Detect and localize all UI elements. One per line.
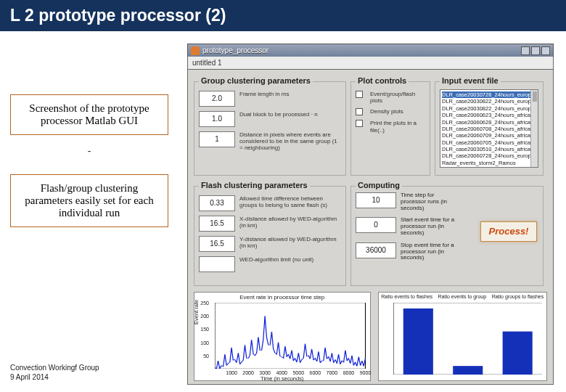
chart-left-title: Event rate in processor time step bbox=[194, 294, 370, 301]
comp-input-0[interactable]: 10 bbox=[356, 192, 396, 208]
panel-title-flash: Flash clustering parameters bbox=[199, 181, 310, 189]
matlab-window-title: prototype_processor bbox=[202, 46, 268, 54]
flash-desc-3: WED-algorithm limit (no unit) bbox=[239, 256, 341, 263]
list-item[interactable]: Radar_events_storm2_Ramos bbox=[442, 160, 536, 166]
panel-plot-controls: Plot controls Event/group/flash plots De… bbox=[350, 81, 430, 176]
group-input-0[interactable]: 2.0 bbox=[199, 91, 235, 107]
list-item[interactable]: DLR_case20030822_24hours_europe_low bbox=[442, 105, 536, 112]
minimize-icon[interactable] bbox=[521, 46, 530, 55]
flash-desc-0: Allowed time difference between groups t… bbox=[239, 195, 341, 208]
matlab-titlebar[interactable]: prototype_processor bbox=[187, 44, 554, 57]
flash-input-3[interactable] bbox=[199, 256, 235, 272]
list-item[interactable]: DLR_case20060705_24hours_africa_mew bbox=[442, 139, 536, 146]
panel-group-clustering: Group clustering parameters 2.0Frame len… bbox=[194, 81, 346, 176]
panel-computing: Computing 10Time step for processor runs… bbox=[350, 186, 544, 286]
panel-title-event: Input event file bbox=[440, 76, 501, 85]
checkbox-printfile[interactable] bbox=[356, 120, 363, 127]
matlab-window: prototype_processor untitled 1 Group clu… bbox=[187, 44, 554, 385]
panel-title-plot: Plot controls bbox=[356, 76, 409, 85]
flash-desc-2: Y-distance allowed by WED-algorithm (in … bbox=[239, 236, 341, 249]
group-input-2[interactable]: 1 bbox=[199, 131, 235, 147]
process-button[interactable]: Process! bbox=[480, 221, 537, 242]
list-item[interactable]: DLR_case20030510_24hours_africa_lr bbox=[442, 146, 536, 152]
maximize-icon[interactable] bbox=[531, 46, 540, 55]
footer-group: Convection Workingf Group bbox=[10, 364, 99, 373]
list-item[interactable]: DLR_case20060708_24hours_africa_mcw bbox=[442, 126, 536, 132]
svg-rect-2 bbox=[403, 309, 432, 375]
bar-plot-svg bbox=[393, 303, 543, 375]
chart-left-xaxis: 100020003000400050006000700080009000 bbox=[215, 370, 366, 379]
slide-title: L 2 prototype processor (2) bbox=[0, 0, 566, 31]
matlab-logo-icon bbox=[191, 46, 200, 55]
group-input-1[interactable]: 1.0 bbox=[199, 111, 235, 127]
checkbox-density[interactable] bbox=[356, 108, 363, 115]
comp-desc-2: Stop event time for a processor run (in … bbox=[401, 242, 459, 261]
comp-input-1[interactable]: 0 bbox=[356, 217, 396, 233]
group-desc-1: Dual block to be processed · n bbox=[239, 111, 341, 118]
list-item[interactable]: DLR_case20060623_24hours_african_me bbox=[442, 112, 536, 118]
flash-input-1[interactable]: 16.5 bbox=[199, 216, 235, 232]
chart-event-rate: Event rate in processor time step Event … bbox=[194, 292, 371, 381]
slide-footer: Convection Workingf Group 9 April 2014 bbox=[10, 364, 99, 382]
caption-screenshot: Screenshot of the prototype processor Ma… bbox=[10, 94, 168, 135]
plot-label-2: Print the plots in a file(..) bbox=[370, 120, 425, 133]
group-desc-2: Distance in pixels where events are cons… bbox=[239, 131, 341, 152]
event-file-listbox[interactable]: DLR_case20030728_24hours_europe_new DLR_… bbox=[440, 89, 538, 168]
flash-desc-1: X-distance allowed by WED-algorithm (in … bbox=[239, 216, 341, 229]
line-plot-svg bbox=[215, 303, 366, 369]
listbox-scrollbar[interactable] bbox=[530, 90, 538, 167]
matlab-toolbar: untitled 1 bbox=[187, 57, 554, 70]
panel-flash-clustering: Flash clustering parameters 0.33Allowed … bbox=[194, 186, 346, 286]
panel-input-event-file: Input event file DLR_case20030728_24hour… bbox=[435, 81, 544, 176]
list-item[interactable]: DLR_case20030822_24hours_europe_hig bbox=[442, 98, 536, 105]
panel-title-group: Group clustering parameters bbox=[199, 76, 313, 85]
panel-title-computing: Computing bbox=[356, 181, 402, 189]
comp-desc-1: Start event time for a processor run (in… bbox=[401, 217, 459, 236]
matlab-help-label: untitled 1 bbox=[192, 59, 222, 67]
flash-input-2[interactable]: 16.5 bbox=[199, 236, 235, 252]
list-item[interactable]: DLR_case20060728_24hours_europe_highsc bbox=[442, 152, 536, 159]
chart-left-yaxis: 50100150200250 bbox=[196, 303, 210, 369]
svg-rect-3 bbox=[453, 366, 483, 375]
ratio-title-1: Ratio events to group bbox=[438, 294, 487, 299]
list-item[interactable]: DLR_case20060628_24hours_africa_euw bbox=[442, 119, 536, 126]
caption-dash: - bbox=[10, 145, 168, 157]
list-item[interactable]: DLR_case20030728_24hours_europe_new bbox=[442, 91, 536, 98]
close-icon[interactable] bbox=[541, 46, 550, 55]
svg-rect-4 bbox=[502, 332, 532, 375]
comp-input-2[interactable]: 36000 bbox=[356, 242, 396, 258]
caption-params: Flash/group clustering parameters easily… bbox=[10, 174, 168, 227]
plot-label-1: Density plots bbox=[370, 108, 425, 115]
comp-desc-0: Time step for processor runs (in seconds… bbox=[401, 192, 459, 211]
ratio-title-2: Ratio groups to flashes bbox=[492, 294, 544, 299]
group-desc-0: Frame length in ms bbox=[239, 91, 341, 97]
list-item[interactable]: DLR_case20060709_24hours_africa_euw bbox=[442, 132, 536, 139]
flash-input-0[interactable]: 0.33 bbox=[199, 195, 235, 211]
ratio-title-0: Ratio events to flashes bbox=[381, 294, 432, 299]
footer-date: 9 April 2014 bbox=[10, 373, 99, 383]
plot-label-0: Event/group/flash plots bbox=[370, 91, 425, 104]
checkbox-eventplots[interactable] bbox=[356, 91, 363, 98]
chart-ratios: Ratio events to flashes Ratio events to … bbox=[378, 292, 548, 381]
